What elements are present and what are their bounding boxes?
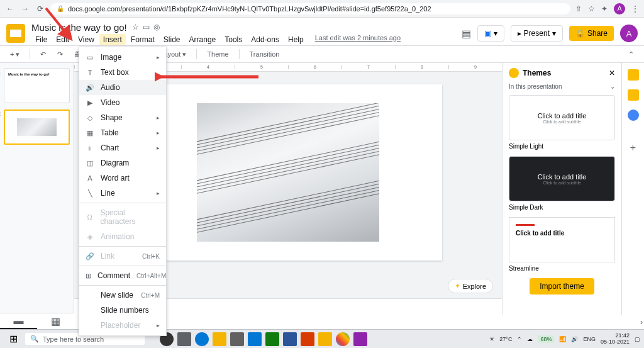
cloud-icon[interactable]: ◎: [153, 23, 160, 31]
insert-diagram[interactable]: ◫Diagram: [79, 155, 166, 171]
filmstrip-view-tab[interactable]: ▬: [0, 313, 37, 329]
share-button[interactable]: 🔒 Share: [569, 26, 614, 41]
sheet-music-image[interactable]: [197, 103, 379, 242]
menu-icon[interactable]: ⋮: [631, 4, 639, 13]
theme-button[interactable]: Theme: [203, 49, 232, 59]
sound-icon[interactable]: 🔊: [571, 336, 578, 342]
themes-title: Themes: [523, 69, 551, 77]
menu-bar: File Edit View Insert Format Slide Arran…: [31, 34, 401, 45]
insert-placeholder: Placeholder▸: [79, 318, 166, 333]
menu-tools[interactable]: Tools: [221, 34, 246, 45]
insert-shape[interactable]: ◇Shape▸: [79, 110, 166, 125]
new-slide-button[interactable]: + ▾: [6, 49, 23, 60]
slide-thumb-1[interactable]: Music is the way to go!: [4, 68, 70, 103]
theme-streamline[interactable]: Click to add title: [509, 217, 615, 262]
insert-new-slide[interactable]: New slideCtrl+M: [79, 288, 166, 303]
clock-date[interactable]: 05-10-2021: [601, 339, 630, 345]
explore-icon: ✦: [455, 282, 460, 290]
comments-icon[interactable]: ▤: [462, 28, 471, 40]
chevron-right-icon: ▸: [157, 190, 160, 196]
menu-help[interactable]: Help: [284, 34, 308, 45]
slideshow-button[interactable]: ▣▾: [477, 25, 504, 42]
chevron-right-icon: ▸: [157, 115, 160, 121]
store-icon[interactable]: [248, 332, 262, 346]
wifi-icon[interactable]: 📶: [559, 336, 566, 342]
notifications-icon[interactable]: ▢: [635, 336, 640, 342]
theme-label: Simple Dark: [509, 204, 615, 211]
menu-format[interactable]: Format: [127, 34, 158, 45]
add-icon[interactable]: +: [630, 142, 636, 154]
account-avatar[interactable]: A: [620, 25, 638, 42]
onedrive-icon[interactable]: ☁: [527, 336, 533, 342]
menu-arrange[interactable]: Arrange: [186, 34, 220, 45]
menu-view[interactable]: View: [74, 34, 98, 45]
weather-icon[interactable]: ☀: [489, 336, 494, 342]
slide-canvas[interactable]: [134, 84, 442, 261]
edge-icon[interactable]: [195, 332, 209, 346]
app-icon[interactable]: [283, 332, 297, 346]
chrome-icon[interactable]: [336, 332, 350, 346]
app-icon[interactable]: [318, 332, 332, 346]
scroll-right-icon[interactable]: ›: [640, 318, 643, 327]
theme-simple-light[interactable]: Click to add title Click to add subtitle: [509, 95, 615, 140]
app-icon[interactable]: [265, 332, 279, 346]
menu-slide[interactable]: Slide: [160, 34, 184, 45]
explorer-icon[interactable]: [213, 332, 226, 346]
explore-button[interactable]: ✦ Explore: [448, 279, 493, 293]
menu-insert[interactable]: Insert: [99, 34, 126, 45]
slide-panel: 1 Music is the way to go! 2: [0, 63, 74, 315]
close-icon[interactable]: ✕: [609, 69, 615, 77]
slide-thumb-2[interactable]: [4, 109, 70, 145]
insert-audio[interactable]: 🔊Audio: [79, 80, 166, 95]
last-edit-text[interactable]: Last edit was 2 minutes ago: [315, 34, 401, 45]
keep-icon[interactable]: [628, 89, 639, 101]
themes-section-header[interactable]: In this presentation⌄: [509, 83, 615, 90]
theme-simple-dark[interactable]: Click to add title Click to add subtitle: [509, 156, 615, 201]
move-icon[interactable]: ▭: [143, 23, 150, 31]
view-tabs: ▬ ▦: [0, 313, 74, 329]
grid-view-tab[interactable]: ▦: [37, 313, 74, 329]
tasks-icon[interactable]: [628, 109, 639, 121]
slides-logo-icon[interactable]: [6, 24, 25, 43]
back-icon[interactable]: ←: [5, 4, 15, 14]
link-icon: 🔗: [86, 252, 94, 261]
insert-table[interactable]: ▦Table▸: [79, 125, 166, 140]
start-button[interactable]: ⊞: [4, 332, 23, 347]
extension-icon[interactable]: ✦: [601, 4, 608, 13]
star-doc-icon[interactable]: ☆: [132, 23, 139, 31]
star-icon[interactable]: ☆: [588, 4, 595, 13]
app-icon[interactable]: [230, 332, 244, 346]
insert-comment[interactable]: ⊞CommentCtrl+Alt+M: [79, 268, 166, 283]
forward-icon[interactable]: →: [20, 4, 30, 14]
collapse-icon[interactable]: ⌃: [625, 49, 638, 60]
insert-text-box[interactable]: TText box: [79, 65, 166, 80]
redo-icon[interactable]: ↷: [53, 49, 67, 60]
insert-slide-numbers[interactable]: Slide numbers: [79, 303, 166, 318]
theme-label: Streamline: [509, 265, 615, 272]
present-button[interactable]: ▸ Present ▾: [511, 25, 563, 42]
calendar-icon[interactable]: [628, 69, 639, 81]
slide-number: 2: [0, 111, 1, 117]
menu-addons[interactable]: Add-ons: [247, 34, 283, 45]
insert-line[interactable]: ╲Line▸: [79, 186, 166, 201]
insert-word-art[interactable]: AWord art: [79, 171, 166, 186]
powerpoint-icon[interactable]: [301, 332, 314, 346]
language-indicator[interactable]: ENG: [583, 336, 596, 342]
tray-chevron-icon[interactable]: ⌃: [517, 336, 522, 342]
url-text: docs.google.com/presentation/d/1BxbpfzpK…: [68, 5, 431, 13]
insert-image[interactable]: ▭Image▸: [79, 50, 166, 65]
insert-video[interactable]: ▶Video: [79, 95, 166, 110]
address-bar[interactable]: 🔒 docs.google.com/presentation/d/1Bxbpfz…: [50, 3, 570, 14]
app-icon[interactable]: [353, 332, 367, 346]
transition-button[interactable]: Transition: [246, 49, 284, 59]
insert-special-characters: ΩSpecial characters: [79, 205, 166, 229]
insert-link: 🔗LinkCtrl+K: [79, 249, 166, 264]
import-theme-button[interactable]: Import theme: [530, 278, 594, 295]
browser-avatar[interactable]: A: [614, 3, 625, 14]
taskview-icon[interactable]: [177, 332, 191, 346]
share-icon[interactable]: ⇧: [575, 4, 582, 13]
temperature[interactable]: 27°C: [499, 336, 512, 342]
insert-chart[interactable]: ⫾Chart▸: [79, 140, 166, 155]
battery-indicator[interactable]: 68%: [538, 335, 554, 343]
undo-icon[interactable]: ↶: [36, 49, 50, 60]
